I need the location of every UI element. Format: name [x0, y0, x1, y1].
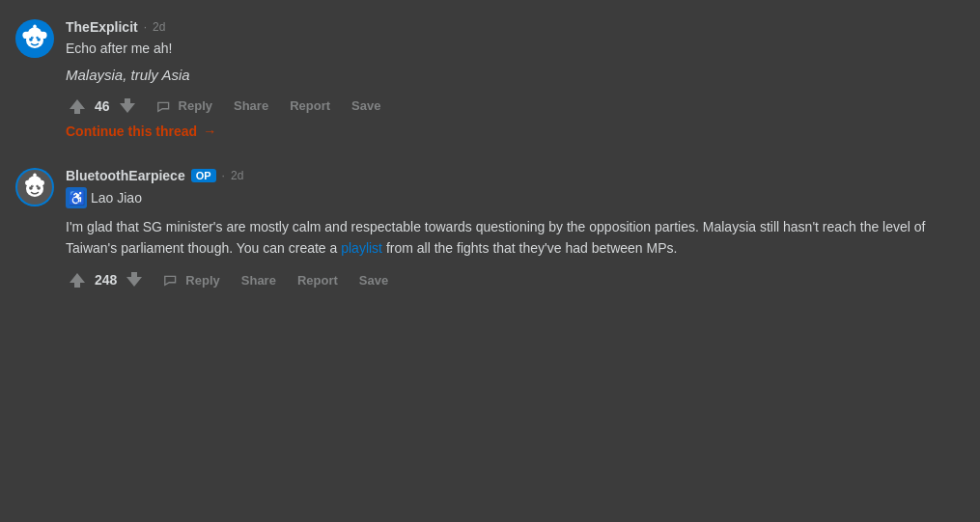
- share-button-2[interactable]: Share: [238, 271, 280, 289]
- svg-point-11: [32, 37, 33, 38]
- report-button-1[interactable]: Report: [286, 96, 334, 115]
- comment-2-actions: 248 Reply Share R: [66, 268, 965, 291]
- svg-point-9: [31, 37, 34, 40]
- comment-thread: TheExplicit · 2d Echo after me ah! Malay…: [0, 0, 980, 311]
- avatar-theexplicit: [15, 19, 54, 58]
- save-button-2[interactable]: Save: [355, 271, 392, 289]
- upvote-button-2[interactable]: [66, 268, 89, 291]
- vote-count-1: 46: [95, 98, 110, 114]
- emoji-label: ♿ Lao Jiao: [66, 187, 142, 208]
- comment-1-plain-text: Echo after me ah!: [66, 39, 965, 59]
- avatar-bluetoothearpiece: [15, 168, 54, 206]
- comment-1-italic-text: Malaysia, truly Asia: [66, 65, 965, 87]
- comment-2-header: BluetoothEarpiece OP · 2d: [66, 168, 965, 183]
- svg-point-8: [25, 32, 30, 37]
- comment-1-actions: 46 Reply Share Re: [66, 95, 965, 118]
- svg-point-25: [38, 185, 39, 186]
- comment-1: TheExplicit · 2d Echo after me ah! Malay…: [0, 10, 980, 158]
- report-button-2[interactable]: Report: [294, 271, 342, 289]
- svg-point-12: [38, 37, 39, 38]
- save-button-1[interactable]: Save: [348, 96, 384, 115]
- svg-point-24: [32, 185, 33, 186]
- op-badge: OP: [191, 169, 216, 182]
- reply-button-1[interactable]: Reply: [153, 96, 216, 117]
- username-bluetoothearpiece: BluetoothEarpiece: [66, 168, 185, 183]
- svg-point-7: [40, 32, 44, 37]
- comment-2-text: I'm glad that SG minister's are mostly c…: [66, 216, 965, 260]
- playlist-link[interactable]: playlist: [341, 240, 382, 256]
- username-theexplicit: TheExplicit: [66, 19, 138, 35]
- comment-1-body: TheExplicit · 2d Echo after me ah! Malay…: [66, 19, 965, 149]
- downvote-button-2[interactable]: [123, 268, 146, 291]
- svg-point-22: [31, 184, 34, 187]
- vote-section-2: 248: [66, 268, 146, 291]
- timestamp-comment-2: 2d: [231, 169, 243, 182]
- vote-section-1: 46: [66, 95, 139, 118]
- continue-thread-link[interactable]: Continue this thread →: [66, 124, 216, 139]
- svg-point-23: [36, 184, 39, 187]
- vote-count-2: 248: [95, 272, 117, 288]
- share-button-1[interactable]: Share: [230, 96, 272, 115]
- wheelchair-icon: ♿: [66, 187, 87, 208]
- comment-2: BluetoothEarpiece OP · 2d ♿ Lao Jiao I'm…: [0, 158, 980, 302]
- svg-point-14: [33, 25, 37, 29]
- downvote-button-1[interactable]: [116, 95, 139, 118]
- reply-button-2[interactable]: Reply: [159, 269, 223, 290]
- svg-point-27: [33, 173, 37, 177]
- upvote-button-1[interactable]: [66, 95, 89, 118]
- timestamp-comment-1: 2d: [153, 20, 165, 34]
- svg-point-10: [36, 37, 39, 40]
- comment-2-body: BluetoothEarpiece OP · 2d ♿ Lao Jiao I'm…: [66, 168, 965, 292]
- comment-1-header: TheExplicit · 2d: [66, 19, 965, 35]
